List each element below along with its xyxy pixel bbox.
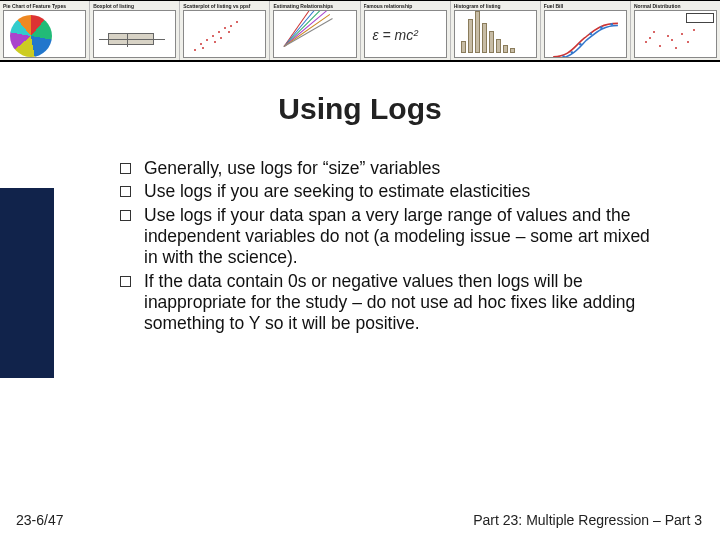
bullet-list: Generally, use logs for “size” variables…	[118, 158, 662, 337]
thumb-pie: Pie Chart of Feature Types	[0, 1, 90, 60]
thumb-title: Normal Distribution	[634, 3, 717, 9]
equation-text: ε = mc²	[373, 27, 418, 43]
boxplot-icon	[108, 33, 154, 45]
slide-title: Using Logs	[0, 92, 720, 126]
thumb-scurve: Fuel Bill	[541, 1, 631, 60]
scurve-icon	[549, 15, 622, 58]
thumb-boxplot: Boxplot of listing	[90, 1, 180, 60]
svg-point-4	[600, 26, 603, 29]
thumb-title: Boxplot of listing	[93, 3, 176, 9]
svg-point-5	[610, 23, 613, 26]
bullet-item: Use logs if you are seeking to estimate …	[118, 181, 662, 202]
svg-point-3	[589, 32, 592, 35]
residuals-icon	[634, 10, 717, 58]
line-fan-icon	[278, 15, 351, 53]
pie-chart-icon	[10, 15, 52, 57]
thumb-equation: Famous relationship ε = mc²	[361, 1, 451, 60]
accent-bar	[0, 188, 54, 378]
thumb-scatter: Scatterplot of listing vs ppsf	[180, 1, 270, 60]
thumbnail-banner: Pie Chart of Feature Types Boxplot of li…	[0, 0, 720, 62]
scatter-icon	[183, 10, 266, 58]
thumb-title: Scatterplot of listing vs ppsf	[183, 3, 266, 9]
thumb-title: Fuel Bill	[544, 3, 627, 9]
svg-point-1	[570, 51, 573, 54]
slide-footer: 23-6/47 Part 23: Multiple Regression – P…	[16, 512, 702, 528]
histogram-icon	[454, 10, 537, 58]
thumb-lines: Estimating Relationships	[270, 1, 360, 60]
page-number: 23-6/47	[16, 512, 63, 528]
slide-body: Using Logs Generally, use logs for “size…	[0, 62, 720, 540]
thumb-title: Famous relationship	[364, 3, 447, 9]
thumb-title: Estimating Relationships	[273, 3, 356, 9]
svg-point-2	[579, 43, 582, 46]
thumb-histogram: Histogram of listing	[451, 1, 541, 60]
thumb-title: Histogram of listing	[454, 3, 537, 9]
part-label: Part 23: Multiple Regression – Part 3	[473, 512, 702, 528]
thumb-title: Pie Chart of Feature Types	[3, 3, 86, 9]
bullet-item: If the data contain 0s or negative value…	[118, 271, 662, 335]
thumb-residuals: Normal Distribution	[631, 1, 720, 60]
bullet-item: Generally, use logs for “size” variables	[118, 158, 662, 179]
bullet-item: Use logs if your data span a very large …	[118, 205, 662, 269]
